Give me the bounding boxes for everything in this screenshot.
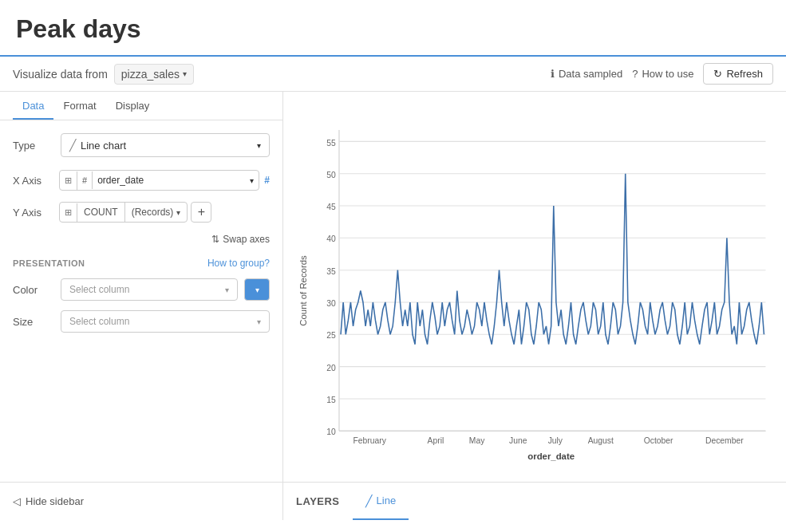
chevron-down-icon: ▾ [250, 176, 254, 185]
svg-text:October: October [644, 436, 673, 445]
size-row: Size Select column ▾ [13, 310, 270, 333]
svg-text:55: 55 [326, 139, 336, 148]
grid-icon: ⊞ [60, 203, 77, 222]
calendar-icon: ⊞ [60, 171, 77, 190]
type-value: Line chart [81, 140, 252, 152]
svg-text:30: 30 [326, 299, 336, 308]
top-bar: Visualize data from pizza_sales ▾ ℹ Data… [0, 57, 786, 92]
info-icon: ℹ [551, 68, 555, 80]
svg-text:December: December [705, 436, 744, 445]
color-placeholder: Select column [69, 284, 129, 295]
svg-text:35: 35 [326, 267, 336, 276]
type-select[interactable]: ╱ Line chart ▾ [61, 133, 270, 157]
svg-text:10: 10 [326, 428, 336, 436]
svg-text:Count of Records: Count of Records [298, 255, 308, 326]
x-axis-field: order_date ▾ [93, 171, 259, 190]
svg-text:May: May [469, 436, 485, 445]
size-label: Size [13, 316, 54, 328]
svg-text:25: 25 [326, 331, 336, 340]
svg-text:50: 50 [326, 171, 336, 179]
presentation-title: PRESENTATION [13, 258, 85, 268]
size-placeholder: Select column [69, 316, 129, 327]
datasource-select[interactable]: pizza_sales ▾ [114, 64, 194, 85]
top-bar-left: Visualize data from pizza_sales ▾ [13, 64, 194, 85]
color-select[interactable]: Select column ▾ [61, 278, 238, 301]
count-select[interactable]: ⊞ COUNT (Records) ▾ [59, 202, 188, 223]
count-badge: COUNT [77, 203, 125, 222]
layers-label: LAYERS [296, 495, 340, 507]
svg-text:order_date: order_date [527, 451, 575, 461]
tab-data[interactable]: Data [13, 92, 53, 120]
line-chart: Count of Records 10 15 20 25 30 35 40 [291, 100, 778, 482]
refresh-icon: ↻ [713, 68, 722, 80]
x-axis-type-badge[interactable]: # [77, 171, 93, 189]
svg-text:April: April [428, 436, 444, 445]
color-row: Color Select column ▾ ▾ [13, 278, 270, 301]
presentation-header: PRESENTATION How to group? [13, 258, 270, 269]
chevron-down-icon: ▾ [183, 69, 187, 78]
page-title: Peak days [0, 0, 786, 57]
sidebar-toggle-icon: ◁ [13, 495, 21, 507]
chart-container: Count of Records 10 15 20 25 30 35 40 [291, 100, 778, 482]
x-axis-control[interactable]: ⊞ # order_date ▾ [59, 170, 259, 191]
sidebar-tabs: Data Format Display [0, 92, 282, 120]
sidebar-body: Type ╱ Line chart ▾ X Axis ⊞ # order_dat… [0, 120, 282, 482]
data-sampled-label: Data sampled [559, 68, 622, 80]
chevron-down-icon: ▾ [257, 317, 261, 326]
layers-tab[interactable]: LAYERS [283, 483, 353, 520]
x-axis-label: X Axis [13, 175, 54, 187]
datasource-value: pizza_sales [121, 68, 180, 81]
records-field[interactable]: (Records) ▾ [125, 203, 188, 222]
data-sampled-button[interactable]: ℹ Data sampled [551, 68, 622, 80]
visualize-label: Visualize data from [13, 68, 108, 81]
svg-text:February: February [354, 436, 387, 445]
bottom-bar: ◁ Hide sidebar LAYERS ╱ Line [0, 482, 786, 520]
swap-axes-button[interactable]: ⇅ Swap axes [211, 234, 270, 245]
question-icon: ? [632, 68, 638, 80]
line-chart-icon: ╱ [365, 495, 372, 507]
x-axis-row: X Axis ⊞ # order_date ▾ # [13, 170, 270, 191]
swap-row: ⇅ Swap axes [13, 234, 270, 245]
chevron-down-icon: ▾ [176, 208, 180, 217]
color-label: Color [13, 284, 54, 296]
size-select[interactable]: Select column ▾ [61, 310, 270, 333]
svg-text:20: 20 [326, 364, 336, 372]
how-to-group-link[interactable]: How to group? [207, 258, 270, 269]
chevron-down-icon: ▾ [225, 286, 229, 294]
line-tab[interactable]: ╱ Line [353, 483, 409, 520]
svg-text:15: 15 [326, 396, 336, 404]
chevron-down-icon: ▾ [255, 286, 259, 294]
hide-sidebar-label: Hide sidebar [26, 495, 84, 507]
refresh-button[interactable]: ↻ Refresh [703, 63, 773, 85]
svg-text:August: August [588, 436, 614, 445]
type-row: Type ╱ Line chart ▾ [13, 133, 270, 157]
y-axis-control: ⊞ COUNT (Records) ▾ + [59, 202, 270, 223]
color-swatch[interactable]: ▾ [244, 278, 270, 301]
how-to-use-label: How to use [642, 68, 693, 80]
chevron-down-icon: ▾ [257, 141, 261, 150]
svg-text:June: June [509, 436, 527, 445]
y-axis-label: Y Axis [13, 207, 54, 219]
svg-text:45: 45 [326, 203, 336, 211]
how-to-use-button[interactable]: ? How to use [632, 68, 693, 80]
line-chart-icon: ╱ [69, 139, 76, 152]
line-tab-label: Line [377, 495, 397, 506]
main-content: Data Format Display Type ╱ Line chart ▾ … [0, 92, 786, 482]
hide-sidebar-button[interactable]: ◁ Hide sidebar [0, 483, 283, 520]
svg-text:July: July [548, 436, 563, 445]
add-y-axis-button[interactable]: + [191, 202, 211, 223]
tab-format[interactable]: Format [53, 92, 105, 120]
top-bar-right: ℹ Data sampled ? How to use ↻ Refresh [551, 63, 773, 85]
svg-text:40: 40 [326, 235, 336, 244]
refresh-label: Refresh [726, 68, 763, 80]
y-axis-row: Y Axis ⊞ COUNT (Records) ▾ + [13, 202, 270, 223]
chart-area: Count of Records 10 15 20 25 30 35 40 [283, 92, 786, 482]
tab-display[interactable]: Display [106, 92, 160, 120]
az-badge[interactable]: # [264, 175, 270, 186]
swap-axes-label: Swap axes [223, 234, 270, 245]
sidebar: Data Format Display Type ╱ Line chart ▾ … [0, 92, 283, 482]
swap-icon: ⇅ [211, 234, 219, 245]
type-label: Type [13, 140, 54, 152]
